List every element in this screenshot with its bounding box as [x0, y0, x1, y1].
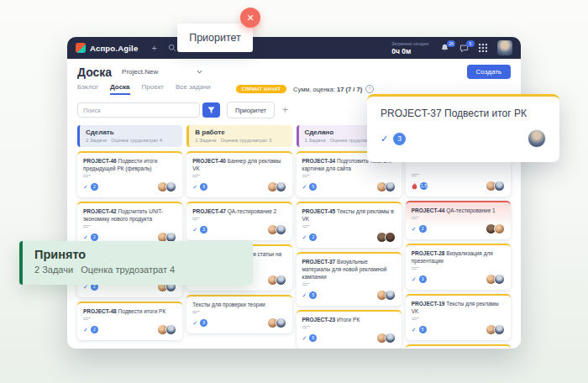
search-icon[interactable]: [168, 44, 176, 52]
estimate-badge: 2: [419, 225, 427, 233]
task-id: PROJECT-37: [302, 259, 336, 265]
description-icon: [302, 225, 310, 228]
task-card[interactable]: PROJECT-16 Подвести итоги РК: [406, 344, 511, 349]
board-column: Сделать2 Задачи Оценка трудозатрат 4PROJ…: [77, 125, 182, 340]
task-id: PROJECT-40: [192, 158, 226, 164]
description-icon: [83, 175, 91, 177]
estimate-badge: 5: [419, 326, 427, 333]
check-icon: ✓: [302, 291, 307, 299]
task-preview-popup[interactable]: PROJECT-37 Подвести итог РК ✓ 3: [367, 94, 559, 162]
avatar[interactable]: [165, 181, 176, 192]
task-id: PROJECT-48: [83, 308, 117, 314]
help-icon[interactable]: ?: [365, 85, 374, 93]
board-column: В работе1 Задача Оценка трудозатрат 3PRO…: [186, 125, 291, 333]
avatar[interactable]: [276, 275, 286, 286]
board-header: Доска Project.New Создать: [67, 59, 521, 79]
estimate-badge: 5: [309, 183, 317, 191]
tab-board[interactable]: Доска: [110, 83, 129, 95]
page-background: Аспро.Agile + Спринты Затрачено сегодня …: [0, 0, 588, 383]
task-card[interactable]: PROJECT-45 Тексты для рекламы в VK✓2: [297, 202, 402, 248]
description-icon: [412, 267, 419, 270]
avatar[interactable]: [165, 324, 176, 335]
close-icon[interactable]: ✕: [240, 8, 260, 28]
task-id: PROJECT-46: [83, 158, 117, 164]
search-input[interactable]: [77, 102, 200, 118]
avatar[interactable]: [494, 181, 505, 192]
funnel-icon: [207, 107, 215, 114]
avatar[interactable]: [385, 333, 396, 344]
check-icon: ✓: [192, 226, 197, 233]
tabs-row: Бэклог Доска Проект Все задачи СПРИНТ НА…: [67, 83, 521, 95]
description-icon: [192, 218, 200, 220]
description-icon: [192, 175, 200, 177]
check-icon: ✓: [192, 183, 197, 191]
task-title: Итоги РК: [337, 317, 360, 323]
notifications-badge: 26: [447, 40, 455, 47]
avatar[interactable]: [385, 232, 396, 243]
avatar[interactable]: [276, 181, 286, 192]
bell-icon[interactable]: 26: [440, 44, 449, 53]
task-card[interactable]: Тексты для проверки теории✓3: [186, 295, 291, 333]
check-icon: ✓: [83, 233, 88, 241]
task-card[interactable]: PROJECT-48 Подвести итоги РК✓2: [77, 302, 182, 340]
column-header[interactable]: В работе1 Задача Оценка трудозатрат 3: [186, 125, 291, 147]
aspro-logo-icon[interactable]: [76, 43, 86, 53]
project-name: Project.New: [122, 68, 158, 76]
task-id: PROJECT-19: [412, 301, 445, 307]
apps-grid-icon[interactable]: [479, 44, 487, 52]
task-card[interactable]: PROJECT-44 QA-тестирование 1✓2: [406, 201, 511, 239]
avatar[interactable]: [385, 290, 396, 301]
description-icon: [302, 326, 310, 328]
estimate-badge: 2: [91, 183, 98, 191]
column-subtitle: 2 Задачи Оценка трудозатрат 4: [86, 138, 176, 143]
chat-icon[interactable]: 5: [459, 44, 469, 53]
user-avatar[interactable]: [497, 40, 512, 55]
check-icon: ✓: [302, 183, 307, 191]
description-icon: [302, 175, 310, 177]
page-title: Доска: [77, 66, 112, 79]
task-title: QA-тестирование 1: [446, 207, 495, 213]
add-filter-icon[interactable]: +: [282, 105, 288, 115]
task-card[interactable]: PROJECT-28 Визуализация для презентации✓…: [406, 244, 511, 290]
project-selector[interactable]: Project.New: [122, 68, 202, 76]
summary-estimate: Сумм. оценка: 17 (7 / 7): [293, 86, 362, 93]
task-card[interactable]: PROJECT-40 Баннер для рекламы VK✓3: [186, 151, 291, 197]
task-card[interactable]: PROJECT-46 Подвести итоги предыдущей РК …: [77, 151, 182, 197]
task-card[interactable]: PROJECT-23 Итоги РК✓6: [297, 310, 402, 349]
tab-all-tasks[interactable]: Все задачи: [176, 83, 211, 95]
description-icon: [412, 217, 419, 219]
task-id: PROJECT-47: [192, 208, 226, 214]
brand-name[interactable]: Аспро.Agile: [90, 44, 138, 53]
task-title: Подвести итоги РК: [118, 308, 166, 314]
avatar[interactable]: [494, 223, 505, 234]
avatar[interactable]: [276, 317, 286, 328]
avatar[interactable]: [528, 129, 546, 148]
task-id: PROJECT-34: [302, 158, 336, 164]
avatar[interactable]: [385, 181, 396, 192]
filter-button[interactable]: [202, 102, 220, 118]
avatar[interactable]: [494, 274, 505, 285]
task-card[interactable]: PROJECT-19 Тексты для рекламы VK✓5: [406, 294, 511, 340]
create-button[interactable]: Создать: [467, 65, 511, 79]
chevron-down-icon: [197, 70, 202, 74]
estimate-badge: 3: [200, 319, 207, 327]
tab-project[interactable]: Проект: [142, 83, 164, 95]
avatar[interactable]: [276, 224, 286, 235]
tab-backlog[interactable]: Бэклог: [77, 83, 98, 95]
task-card[interactable]: PROJECT-37 Визуальные материалы для ново…: [297, 252, 402, 306]
time-tracker[interactable]: Затрачено сегодня 0ч 0м: [391, 41, 428, 55]
task-id: PROJECT-44: [412, 207, 445, 213]
fire-icon: [412, 182, 417, 190]
task-preview-footer: ✓ 3: [381, 129, 546, 148]
column-header[interactable]: Сделать2 Задачи Оценка трудозатрат 4: [77, 125, 182, 147]
add-icon[interactable]: +: [151, 44, 156, 53]
priority-tooltip: Приоритет ✕: [177, 24, 253, 52]
estimate-badge: 2: [91, 326, 98, 333]
priority-filter-chip[interactable]: Приоритет: [227, 102, 275, 118]
task-title: QA-тестирование 2: [228, 208, 276, 214]
accepted-column-header-overlay[interactable]: Принято 2 Задачи Оценка трудозатрат 4: [19, 241, 253, 285]
column-subtitle: 1 Задача Оценка трудозатрат 3: [195, 138, 286, 143]
task-card[interactable]: PROJECT-47 QA-тестирование 2✓3: [186, 202, 291, 240]
avatar[interactable]: [494, 324, 505, 335]
description-icon: [83, 225, 91, 228]
